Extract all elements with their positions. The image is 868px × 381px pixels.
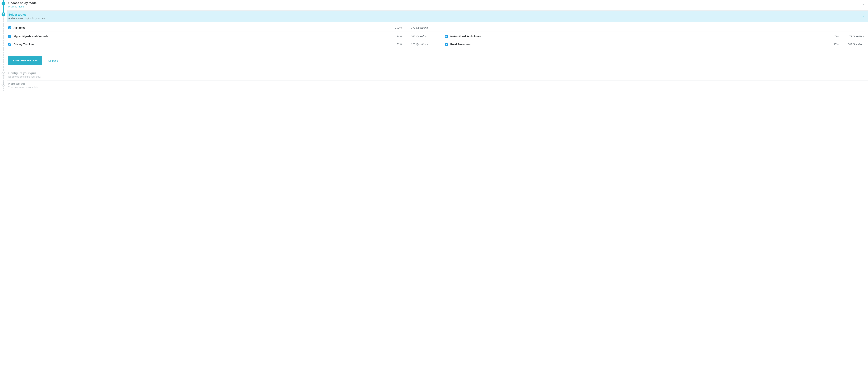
topic-qcount: 128 Questions: [402, 43, 428, 45]
topic-row: Driving Test Law 16% 128 Questions: [8, 40, 428, 48]
topic-checkbox[interactable]: [8, 43, 11, 45]
step-subtitle: Practice mode: [8, 5, 862, 8]
step-rail: 3: [0, 70, 7, 81]
step-bullet-number: 3: [2, 72, 5, 76]
chevron-right-icon: [862, 15, 865, 18]
actions-row: SAVE AND FOLLOW Go back: [8, 48, 865, 65]
step-body: Here we go! Your quiz setup is complete: [7, 81, 868, 91]
step-header[interactable]: Select topics Add or remove topics for y…: [7, 10, 868, 22]
topic-checkbox[interactable]: [8, 35, 11, 38]
topic-label: Signs, Signals and Controls: [13, 35, 390, 38]
topic-column-right: Instructional Techniques 10% 79 Question…: [445, 32, 865, 48]
topic-pct: 39%: [826, 43, 838, 45]
quiz-setup-wizard: Choose study mode Practice mode 2 Select…: [0, 0, 868, 91]
topic-row: Road Procedure 39% 307 Questions: [445, 40, 865, 48]
topic-column-left: Signs, Signals and Controls 34% 265 Ques…: [8, 32, 428, 48]
save-and-follow-button[interactable]: SAVE AND FOLLOW: [8, 56, 42, 65]
go-back-link[interactable]: Go back: [48, 59, 58, 62]
step-bullet-number: 4: [2, 83, 5, 86]
step-header[interactable]: Here we go! Your quiz setup is complete: [7, 81, 868, 91]
step-configure-quiz: 3 Configure your quiz It's time to confi…: [0, 70, 868, 81]
topic-grid: Signs, Signals and Controls 34% 265 Ques…: [8, 32, 865, 48]
all-topics-qcount: 779 Questions: [402, 26, 428, 29]
step-bullet-check: [2, 2, 5, 5]
topic-row: Signs, Signals and Controls 34% 265 Ques…: [8, 32, 428, 40]
step-select-topics: 2 Select topics Add or remove topics for…: [0, 10, 868, 70]
step-bullet-number: 2: [2, 12, 5, 16]
check-icon: [2, 3, 4, 5]
all-topics-pct: 100%: [390, 26, 402, 29]
step-body: Select topics Add or remove topics for y…: [7, 10, 868, 70]
step-header[interactable]: Choose study mode Practice mode: [7, 0, 868, 10]
all-topics-label: All topics: [13, 26, 390, 29]
step-here-we-go: 4 Here we go! Your quiz setup is complet…: [0, 81, 868, 91]
topic-qcount: 265 Questions: [402, 35, 428, 38]
step-choose-study-mode: Choose study mode Practice mode: [0, 0, 868, 10]
topic-row: Instructional Techniques 10% 79 Question…: [445, 32, 865, 40]
step-body: Configure your quiz It's time to configu…: [7, 70, 868, 81]
topic-checkbox[interactable]: [445, 35, 448, 38]
all-topics-row: All topics 100% 779 Questions: [8, 24, 436, 32]
topic-pct: 10%: [826, 35, 838, 38]
step-title: Select topics: [8, 13, 862, 17]
step-rail: [0, 0, 7, 10]
step-subtitle: Add or remove topics for your quiz: [8, 17, 862, 20]
topic-pct: 34%: [390, 35, 402, 38]
step-subtitle: It's time to configure your quiz!: [8, 75, 865, 78]
topic-qcount: 79 Questions: [838, 35, 865, 38]
step-body: Choose study mode Practice mode: [7, 0, 868, 10]
all-topics-checkbox[interactable]: [8, 26, 11, 29]
topic-qcount: 307 Questions: [838, 43, 865, 45]
topic-pct: 16%: [390, 43, 402, 45]
step-title: Configure your quiz: [8, 71, 865, 75]
step-header[interactable]: Configure your quiz It's time to configu…: [7, 70, 868, 81]
topic-label: Road Procedure: [450, 43, 826, 45]
topic-label: Instructional Techniques: [450, 35, 826, 38]
topic-checkbox[interactable]: [445, 43, 448, 45]
step-title: Choose study mode: [8, 1, 862, 5]
step-subtitle: Your quiz setup is complete: [8, 86, 865, 89]
step-title: Here we go!: [8, 82, 865, 86]
topic-label: Driving Test Law: [13, 43, 390, 45]
chevron-down-icon: [862, 3, 865, 6]
step-rail: 4: [0, 81, 7, 91]
topics-panel: All topics 100% 779 Questions Signs, Sig…: [7, 22, 868, 70]
step-rail: 2: [0, 10, 7, 70]
